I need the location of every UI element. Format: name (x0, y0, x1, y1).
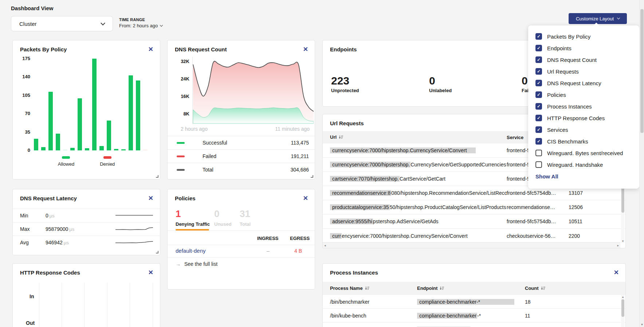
checkbox-icon[interactable] (535, 161, 542, 168)
checkbox-icon[interactable] (535, 150, 542, 156)
scroll-up-icon[interactable]: ▴ (621, 295, 625, 299)
close-icon[interactable]: ✕ (303, 195, 308, 201)
menu-item-label: Policies (547, 92, 566, 98)
table-row[interactable]: currencyservice:7000/hipstershop.Currenc… (323, 229, 625, 243)
latency-value: 95879000 (46, 226, 68, 232)
endpoint-cell: compliance-benchmarker (417, 313, 477, 319)
bar-allowed (99, 146, 104, 150)
scroll-down-icon[interactable]: ▾ (640, 323, 644, 326)
chevron-down-icon (617, 16, 620, 19)
checkbox-icon[interactable]: ✓ (535, 56, 542, 63)
latency-value: 946942 (46, 240, 63, 245)
stat-denying-label[interactable]: Denying Traffic (176, 221, 210, 227)
resize-handle-icon[interactable] (156, 251, 158, 253)
card-title: Endpoints (330, 46, 357, 52)
scroll-right-icon[interactable]: ▸ (617, 244, 619, 247)
cluster-view-select[interactable]: Cluster (11, 16, 113, 31)
scrollbar-thumb[interactable] (640, 9, 644, 133)
menu-item-process-instances[interactable]: ✓ Process Instances (535, 101, 632, 112)
menu-item-cis-benchmarks[interactable]: ✓ CIS Benchmarks (535, 135, 632, 147)
sort-icon (339, 135, 343, 140)
table-row[interactable]: /bin/benchmarker compliance-benchmarker-… (323, 295, 625, 309)
service-cell: checkoutservice-56… (507, 233, 559, 239)
menu-item-http-response-codes[interactable]: ✓ HTTP Response Codes (535, 112, 632, 124)
stat-total-value: 31 (240, 208, 250, 219)
checkbox-icon[interactable]: ✓ (535, 115, 542, 121)
close-icon[interactable]: ✕ (148, 269, 153, 276)
legend-value: 191,211 (291, 153, 309, 159)
close-icon[interactable]: ✕ (148, 46, 153, 52)
scroll-left-icon[interactable]: ◂ (324, 244, 326, 247)
legend-label: Successful (203, 140, 227, 146)
y-tick: 70 (16, 111, 30, 116)
table-row[interactable]: benchmarker compliance-benchmarker-* 9 (323, 323, 625, 327)
table-row[interactable]: adservice:9555/hipstershop.AdService/Get… (323, 214, 625, 229)
bar-allowed (70, 148, 75, 150)
card-title: Packets By Policy (20, 46, 67, 52)
checkbox-icon[interactable]: ✓ (535, 103, 542, 110)
table-row[interactable]: /bin/kube-bench compliance-benchmarker-*… (323, 309, 625, 323)
resize-handle-icon[interactable] (156, 175, 158, 178)
menu-item-url-requests[interactable]: ✓ Url Requests (535, 66, 632, 77)
checkbox-icon[interactable]: ✓ (535, 138, 542, 145)
stat-unused-label[interactable]: Unused (214, 221, 232, 227)
page-scrollbar[interactable]: ▾ (639, 0, 644, 327)
table-header: Process Name Endpoint Count (323, 282, 625, 295)
legend-item-denied[interactable]: Denied (100, 156, 115, 167)
menu-item-services[interactable]: ✓ Services (535, 124, 632, 135)
menu-item-wireguard-handshake[interactable]: Wireguard. Handshake (535, 159, 632, 170)
resize-handle-icon[interactable] (311, 175, 313, 178)
legend-item-allowed[interactable]: Allowed (58, 156, 75, 167)
horizontal-scrollbar[interactable]: ◂ ▸ (323, 242, 620, 248)
menu-item-dns-request-count[interactable]: ✓ DNS Request Count (535, 54, 632, 66)
scrollbar-thumb[interactable] (621, 299, 624, 317)
row-label: Max (13, 226, 46, 232)
legend-row-successful: Successful 113,475 (168, 136, 315, 149)
latency-unit: µs (64, 240, 69, 245)
process-name-cell: /bin/benchmarker (323, 299, 417, 305)
menu-item-endpoints[interactable]: ✓ Endpoints (535, 42, 632, 54)
show-all-link[interactable]: Show All (535, 173, 632, 180)
close-icon[interactable]: ✕ (614, 269, 619, 276)
scroll-down-icon[interactable]: ▾ (621, 239, 625, 243)
checkbox-icon[interactable]: ✓ (535, 68, 542, 75)
checkbox-icon[interactable]: ✓ (535, 80, 542, 86)
checkbox-icon[interactable]: ✓ (535, 126, 542, 133)
menu-item-wireguard-bytes[interactable]: Wireguard. Bytes sent/received (535, 147, 632, 159)
x-axis-label-start: 2 hours ago (181, 126, 208, 132)
column-header-process-name[interactable]: Process Name (323, 285, 417, 291)
menu-item-packets-by-policy[interactable]: ✓ Packets By Policy (535, 31, 632, 42)
column-header-endpoint[interactable]: Endpoint (417, 285, 518, 291)
latency-row-max: Max 95879000µs (13, 222, 160, 236)
process-instances-card: Process Instances ✕ Process Name Endpoin… (322, 263, 626, 327)
menu-item-policies[interactable]: ✓ Policies (535, 89, 632, 101)
menu-item-dns-request-latency[interactable]: ✓ DNS Request Latency (535, 77, 632, 89)
bar-allowed (85, 148, 89, 150)
scrollbar-thumb[interactable] (621, 187, 624, 213)
policy-link[interactable]: default-deny (176, 248, 206, 254)
total-swatch (177, 169, 185, 171)
url-cell: currencyservice:7000/hipstershop.Currenc… (330, 147, 476, 153)
bar-allowed_pale (63, 150, 67, 150)
column-header-count[interactable]: Count (518, 285, 625, 291)
card-title: Process Instances (330, 269, 378, 276)
vertical-scrollbar[interactable]: ▴ (621, 295, 625, 327)
menu-item-label: Wireguard. Bytes sent/received (547, 150, 623, 156)
checkbox-icon[interactable]: ✓ (535, 45, 542, 51)
checkbox-icon[interactable]: ✓ (535, 33, 542, 40)
time-range-control[interactable]: TIME RANGE From: 2 hours ago (119, 17, 162, 28)
see-full-list-link[interactable]: → See the full list (176, 261, 217, 267)
column-header-url[interactable]: Url (323, 134, 507, 140)
stat-total-label[interactable]: Total (240, 221, 251, 227)
close-icon[interactable]: ✕ (303, 46, 308, 52)
checkbox-icon[interactable]: ✓ (535, 91, 542, 98)
y-tick: 35 (16, 129, 30, 135)
card-title: DNS Request Latency (20, 195, 77, 201)
bar-chart (34, 59, 148, 150)
row-label-out: Out (26, 320, 35, 326)
legend-label: Denied (100, 161, 115, 167)
table-row[interactable]: productcatalogservice:3550/hipstershop.P… (323, 200, 625, 214)
sparkline (115, 226, 153, 232)
legend-row-total: Total 304,686 (168, 163, 315, 176)
close-icon[interactable]: ✕ (148, 195, 153, 201)
